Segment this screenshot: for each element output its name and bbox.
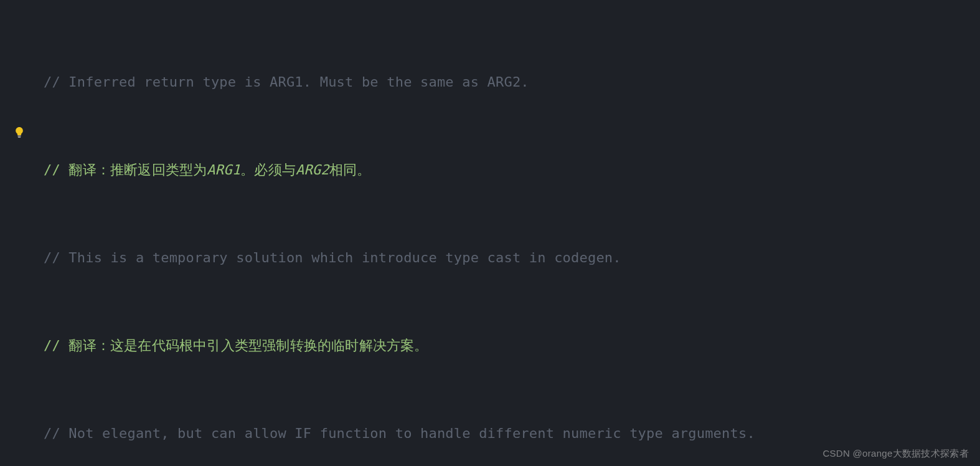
- code-line: // Inferred return type is ARG1. Must be…: [44, 67, 980, 97]
- code-area[interactable]: // Inferred return type is ARG1. Must be…: [44, 9, 980, 466]
- svg-rect-0: [17, 136, 21, 136]
- svg-rect-1: [18, 137, 21, 138]
- watermark: CSDN @orange大数据技术探索者: [822, 448, 969, 460]
- gutter: [0, 0, 37, 466]
- code-editor[interactable]: // Inferred return type is ARG1. Must be…: [0, 0, 980, 466]
- code-line: // Not elegant, but can allow IF functio…: [44, 419, 980, 448]
- code-line: // 翻译：这是在代码根中引入类型强制转换的临时解决方案。: [44, 331, 980, 360]
- code-line: // This is a temporary solution which in…: [44, 243, 980, 272]
- code-line: // 翻译：推断返回类型为ARG1。必须与ARG2相同。: [44, 155, 980, 184]
- lightbulb-icon[interactable]: [14, 127, 25, 138]
